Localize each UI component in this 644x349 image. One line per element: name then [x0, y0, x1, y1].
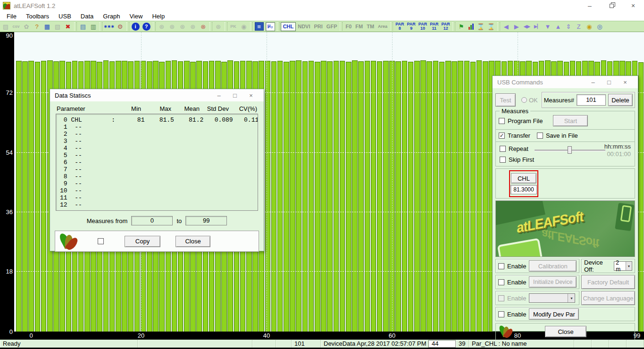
open-folder-help-icon[interactable]: ? — [32, 22, 42, 32]
language-dropdown-icon[interactable]: ▼ — [568, 294, 575, 302]
program-file-checkbox[interactable] — [499, 118, 505, 124]
status-device-data: DeviceData Apr,28 2017 02:57:07 PM — [321, 340, 428, 348]
device-off-label: Device Off: — [584, 259, 611, 273]
print-preview-icon[interactable]: ▤ — [78, 22, 88, 32]
ok-radio[interactable] — [521, 97, 527, 103]
status-value-input[interactable]: 44 — [428, 340, 456, 348]
nav-prev-icon[interactable]: ◀ — [501, 22, 511, 32]
device-off-select[interactable]: 2 m ▼ — [614, 261, 632, 271]
y-axis-strip: 90725436180 — [0, 32, 14, 340]
par9-toggle-button[interactable]: PAR9 — [405, 22, 417, 31]
language-group: Enable ▼ — [495, 291, 579, 305]
status-spacer-6 — [609, 340, 627, 348]
menu-item-usb[interactable]: USB — [54, 11, 76, 21]
chl-value-field[interactable]: 81.3000 — [510, 185, 537, 194]
nav-end-icon[interactable]: ▶▏ — [532, 22, 543, 32]
factory-default-button[interactable]: Factory Default — [581, 275, 635, 289]
stats-minimize-button[interactable]: – — [211, 92, 227, 99]
print-icon[interactable]: ▥ — [88, 22, 99, 32]
digits-format-icon[interactable]: ∗∗∗ — [103, 22, 115, 32]
initialize-enable-checkbox[interactable] — [498, 279, 504, 285]
save-icon[interactable]: ▦ — [42, 22, 52, 32]
repeat-group: Repeat hh:mm:ss 00:01:00 Skip First — [495, 142, 635, 166]
data-statistics-title-bar[interactable]: Data Statiscs – □ × — [50, 89, 264, 101]
status-spacer-4 — [574, 340, 592, 348]
bar — [340, 61, 345, 332]
skip-first-checkbox[interactable] — [500, 157, 506, 163]
header-std-dev: Std Dev — [200, 105, 229, 112]
flag-icon[interactable]: ⚑ — [456, 22, 467, 32]
start-button[interactable]: Start — [553, 115, 588, 126]
nav-next-icon[interactable]: ▶ — [511, 22, 522, 32]
save-in-file-checkbox[interactable] — [537, 133, 543, 139]
modify-enable-checkbox[interactable] — [498, 311, 504, 317]
usb-close-button[interactable]: Close — [545, 326, 586, 337]
chl-toggle-button[interactable]: CHL — [281, 22, 296, 31]
language-select[interactable]: ▼ — [529, 293, 575, 303]
usb-minimize-button[interactable]: – — [585, 79, 601, 86]
window-minimize-button[interactable]: – — [579, 0, 601, 11]
nav-expand-h-icon[interactable]: ◀▶ — [522, 22, 532, 32]
bar — [464, 61, 470, 332]
bar — [296, 60, 301, 332]
calibration-button[interactable]: Calibration — [529, 260, 577, 272]
transfer-checkbox[interactable]: ✓ — [499, 133, 505, 139]
info-icon[interactable]: i — [132, 23, 140, 31]
menu-item-file[interactable]: File — [2, 11, 21, 21]
device-off-dropdown-icon[interactable]: ▼ — [626, 262, 632, 270]
nav-z-icon[interactable]: Z — [574, 22, 584, 32]
par12-toggle-button[interactable]: PAR12 — [440, 22, 452, 31]
measures-to-input[interactable]: 99 — [185, 216, 227, 225]
measures-from-input[interactable]: 0 — [131, 216, 173, 225]
stats-maximize-button[interactable]: □ — [227, 92, 243, 99]
usb-title-bar[interactable]: USB Commands – □ × — [493, 76, 638, 88]
par10-toggle-button[interactable]: PAR10 — [417, 22, 428, 31]
chl-button[interactable]: CHL — [511, 173, 536, 183]
menu-item-help[interactable]: Help — [147, 11, 169, 21]
menu-item-toolbars[interactable]: Toolbars — [21, 11, 54, 21]
chart-icon[interactable] — [468, 23, 474, 30]
copy-button[interactable]: Copy — [125, 236, 160, 247]
menu-item-graph[interactable]: Graph — [98, 11, 125, 21]
language-enable-checkbox[interactable] — [498, 295, 504, 301]
menu-item-view[interactable]: View — [125, 11, 147, 21]
y-axis-label: 0 — [0, 328, 13, 335]
list-view-icon[interactable]: ≡ — [255, 22, 264, 31]
menu-item-data[interactable]: Data — [76, 11, 98, 21]
bar — [427, 61, 432, 332]
delete-file-icon[interactable]: ✖ — [63, 22, 73, 32]
change-language-button[interactable]: Change Language — [581, 291, 635, 305]
repeat-interval-slider[interactable] — [535, 150, 605, 151]
par11-toggle-button[interactable]: PAR11 — [428, 22, 440, 31]
repeat-checkbox[interactable] — [500, 146, 506, 152]
zoom-window-icon[interactable]: ◉ — [584, 22, 594, 32]
help-icon[interactable]: ? — [142, 23, 151, 31]
calibration-enable-checkbox[interactable] — [498, 263, 504, 269]
test-button[interactable]: Test — [495, 93, 516, 107]
usb-maximize-button[interactable]: □ — [601, 79, 617, 86]
tools-icon[interactable]: ⚙ — [115, 22, 125, 32]
window-close-button[interactable]: × — [622, 0, 644, 11]
delete-button[interactable]: Delete — [608, 94, 633, 106]
stats-row: 2 -- — [60, 131, 258, 138]
window-restore-button[interactable] — [601, 0, 622, 11]
stats-option-checkbox[interactable] — [98, 238, 104, 244]
stats-close-icon[interactable]: × — [243, 92, 259, 99]
zoom-reset-icon[interactable]: ◎ — [594, 22, 605, 32]
nav-expand-v-icon[interactable]: ⇕ — [563, 22, 574, 32]
measures-count-input[interactable]: 101 — [577, 94, 606, 106]
initialize-device-button[interactable]: Initialize Device — [529, 276, 577, 288]
status-measure-count: 101 — [292, 340, 321, 348]
nav-down-icon[interactable]: ▼ — [543, 22, 553, 32]
status-spacer-7 — [627, 340, 644, 348]
modify-dev-par-button[interactable]: Modify Dev Par — [529, 308, 579, 320]
nav-up-icon[interactable]: ▲ — [553, 22, 563, 32]
usb-close-icon[interactable]: × — [617, 79, 633, 86]
stats-parameter-list[interactable]: 0 CHL : 81 81.5 81.2 0.089 0.11 1 -- 2 -… — [56, 114, 258, 211]
stats-close-button[interactable]: Close — [176, 236, 210, 247]
initialize-enable-label: Enable — [507, 279, 526, 286]
statistics-icon[interactable]: μσ — [266, 22, 275, 31]
slider-thumb[interactable] — [568, 146, 572, 154]
par8-toggle-button[interactable]: PAR8 — [394, 22, 405, 31]
bar — [22, 61, 28, 332]
